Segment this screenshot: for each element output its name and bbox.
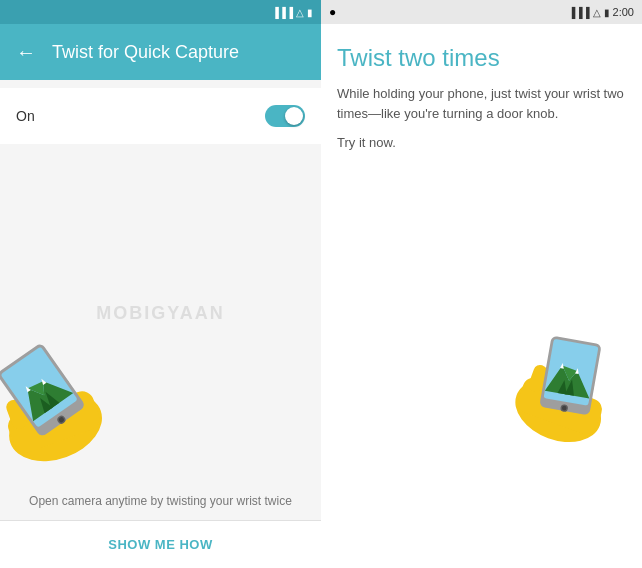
toggle-label: On: [16, 108, 35, 124]
signal-icon: ▐▐▐: [272, 7, 293, 18]
right-content: Twist two times While holding your phone…: [321, 24, 642, 316]
battery-icon: ▮: [307, 7, 313, 18]
left-panel-title: Twist for Quick Capture: [52, 42, 239, 63]
photo-icon: ●: [329, 5, 336, 19]
status-icons-right: ▐▐▐ △ ▮ 2:00: [568, 6, 634, 18]
left-footer: SHOW ME HOW: [0, 520, 321, 568]
phone-hand-illustration-2: [490, 307, 642, 464]
toggle-row: On: [0, 88, 321, 144]
left-illustration: MOBIGYAAN: [0, 144, 321, 482]
status-bar-left: ▐▐▐ △ ▮: [0, 0, 321, 24]
right-description: While holding your phone, just twist you…: [337, 84, 626, 123]
left-panel: ▐▐▐ △ ▮ ← Twist for Quick Capture On MOB…: [0, 0, 321, 568]
phone-hand-illustration-1: [0, 312, 138, 482]
toggle-switch[interactable]: [265, 105, 305, 127]
signal-icon-right: ▐▐▐: [568, 7, 589, 18]
right-title: Twist two times: [337, 44, 626, 72]
wifi-icon-right: △: [593, 7, 601, 18]
watermark: MOBIGYAAN: [96, 303, 224, 324]
left-header: ← Twist for Quick Capture: [0, 24, 321, 80]
status-time: 2:00: [613, 6, 634, 18]
right-panel: ● ▐▐▐ △ ▮ 2:00 Twist two times While hol…: [321, 0, 642, 568]
right-illustration: [321, 316, 642, 568]
try-now-text: Try it now.: [337, 135, 626, 150]
battery-icon-right: ▮: [604, 7, 610, 18]
bottom-caption: Open camera anytime by twisting your wri…: [0, 482, 321, 520]
show-me-button[interactable]: SHOW ME HOW: [108, 537, 212, 552]
status-icons-left: ▐▐▐ △ ▮: [272, 7, 313, 18]
status-bar-right: ● ▐▐▐ △ ▮ 2:00: [321, 0, 642, 24]
back-button[interactable]: ←: [16, 41, 36, 64]
wifi-icon: △: [296, 7, 304, 18]
